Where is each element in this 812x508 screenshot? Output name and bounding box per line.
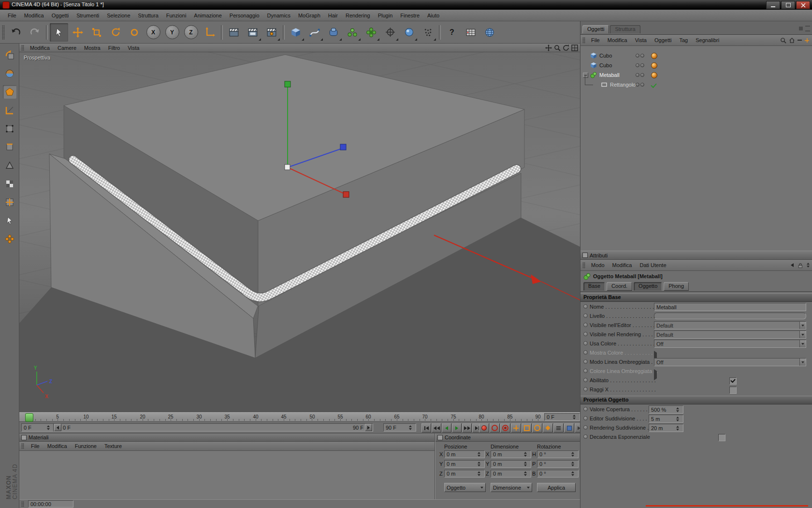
object-label[interactable]: Metaball [599,72,620,78]
attr-tab-base[interactable]: Base [583,282,605,291]
render-to-picture-viewer-button[interactable] [244,23,262,42]
title-bar[interactable]: CINEMA 4D (64 Bit) - [Senza Titolo 1 *] [0,0,812,10]
attr-menu-modo[interactable]: Modo [587,262,609,268]
polygons-mode-button[interactable] [3,159,16,172]
panel-menu-icon[interactable] [805,26,810,31]
raggi-x-checkbox[interactable] [729,387,737,394]
record-keyframe-button[interactable] [479,423,489,433]
dim-z-field[interactable]: 0 m [491,470,531,478]
panel-pin-icon[interactable] [799,27,803,30]
rot-b-field[interactable]: 0 ° [537,470,579,478]
object-label[interactable]: Cubo [599,53,612,59]
timeline-ruler[interactable]: 0 5 10 15 20 25 30 35 40 45 50 55 60 65 … [19,412,580,422]
pos-x-spinner[interactable] [478,452,482,457]
current-frame-field[interactable]: 0 F [21,423,54,432]
move-tool-button[interactable] [69,23,87,42]
attr-menu-modifica[interactable]: Modifica [609,262,636,268]
pos-z-spinner[interactable] [478,471,482,476]
valore-spinner[interactable] [676,407,681,412]
viewport-menu-vista[interactable]: Vista [124,45,143,51]
play-backward-button[interactable] [442,423,451,433]
add-spline-button[interactable] [305,23,324,42]
object-row-cubo-2[interactable]: Cubo [580,60,812,70]
next-key-button[interactable] [462,423,472,433]
tab-oggetti[interactable]: Oggetti [582,25,609,33]
materials-grip[interactable] [21,443,24,449]
object-axis-mode-button[interactable] [3,214,16,227]
view-toggle-icon[interactable] [571,45,578,51]
menu-dynamics[interactable]: Dynamics [263,13,294,18]
viewport-canvas[interactable]: Y Z X Prospettiva Prospettiva [19,52,580,412]
menu-personaggio[interactable]: Personaggio [226,13,263,18]
lock-icon[interactable] [797,262,803,269]
editor-suddivisione-field[interactable]: 5 m [649,415,683,423]
record-pla-toggle[interactable] [553,423,564,433]
home-icon[interactable] [789,37,795,44]
range-start-handle[interactable] [54,424,61,431]
usa-colore-dropdown[interactable]: Off [654,340,806,348]
minimize-button[interactable] [766,1,780,9]
object-row-metaball[interactable]: Metaball [580,70,812,80]
timeline-window-button[interactable] [462,23,480,42]
om-menu-file[interactable]: File [587,37,604,43]
add-environment-button[interactable] [400,23,418,42]
anim-dot-icon[interactable] [583,378,588,382]
timeline-range-slider[interactable]: 0 F 90 F [53,423,373,432]
anim-dot-icon[interactable] [583,332,588,336]
coordinates-header[interactable]: Coordinate [435,433,580,442]
menu-finestre[interactable]: Finestre [396,13,423,18]
make-editable-button[interactable] [3,48,16,62]
dim-y-spinner[interactable] [524,462,529,466]
decadenza-checkbox[interactable] [718,434,725,441]
abilitato-checkbox[interactable] [729,377,737,385]
online-updater-button[interactable] [480,23,499,42]
phong-tag-icon[interactable] [651,62,657,69]
visibile-editor-dropdown[interactable]: Default [654,321,806,329]
origin-handle[interactable] [285,164,290,170]
end-frame-field[interactable]: 90 F [383,423,416,432]
dim-x-field[interactable]: 0 m [491,450,531,458]
history-back-icon[interactable] [791,263,794,267]
viewport-menu-camere[interactable]: Camere [54,45,80,51]
size-mode-dropdown[interactable]: Dimensione [491,483,532,492]
texture-axis-mode-button[interactable] [3,195,16,209]
nome-input[interactable]: Metaball [654,303,806,311]
materials-menu-modifica[interactable]: Modifica [44,443,71,449]
object-manager-grip[interactable] [582,37,585,44]
expand-all-icon[interactable] [805,38,809,43]
rot-h-spinner[interactable] [571,452,576,457]
editor-visibility-dot[interactable] [636,54,639,58]
points-mode-button[interactable] [3,122,16,135]
viewport-menu-modifica[interactable]: Modifica [26,45,54,51]
anim-dot-icon[interactable] [583,416,588,420]
model-mode-button[interactable] [3,67,16,80]
lock-z-button[interactable]: Z [182,23,200,42]
attributes-grip[interactable] [582,262,585,269]
object-row-rettangolo[interactable]: Rettangolo [580,80,812,90]
om-menu-modifica[interactable]: Modifica [604,37,631,43]
modo-linea-dropdown[interactable]: Off [654,358,806,366]
add-particles-button[interactable] [419,23,437,42]
om-menu-segnalibri[interactable]: Segnalibri [692,37,723,43]
menu-oggetti[interactable]: Oggetti [48,13,72,18]
pos-x-field[interactable]: 0 m [444,450,485,458]
view-zoom-icon[interactable] [554,45,561,51]
menu-mograph[interactable]: MoGraph [294,13,324,18]
attr-tab-coord[interactable]: Coord. [607,282,632,291]
menu-selezione[interactable]: Selezione [103,13,134,18]
attributes-header[interactable]: Attributi [580,251,812,260]
toolbar-grip[interactable] [2,25,5,40]
om-menu-vista[interactable]: Vista [631,37,651,43]
rendering-suddivisione-field[interactable]: 20 m [649,424,683,432]
anim-dot-icon[interactable] [583,350,588,355]
add-hypernurbs-button[interactable] [324,23,343,42]
materials-menu-texture[interactable]: Texture [101,443,126,449]
lock-x-button[interactable]: X [144,23,162,42]
record-parameter-toggle[interactable] [543,423,553,433]
help-button[interactable]: ? [443,23,461,42]
livello-field[interactable] [654,313,806,319]
rotate-tool-button[interactable] [106,23,125,42]
viewport-grip[interactable] [21,45,24,51]
lock-y-button[interactable]: Y [163,23,181,42]
coordinate-mode-dropdown[interactable]: Oggetto [444,483,486,492]
